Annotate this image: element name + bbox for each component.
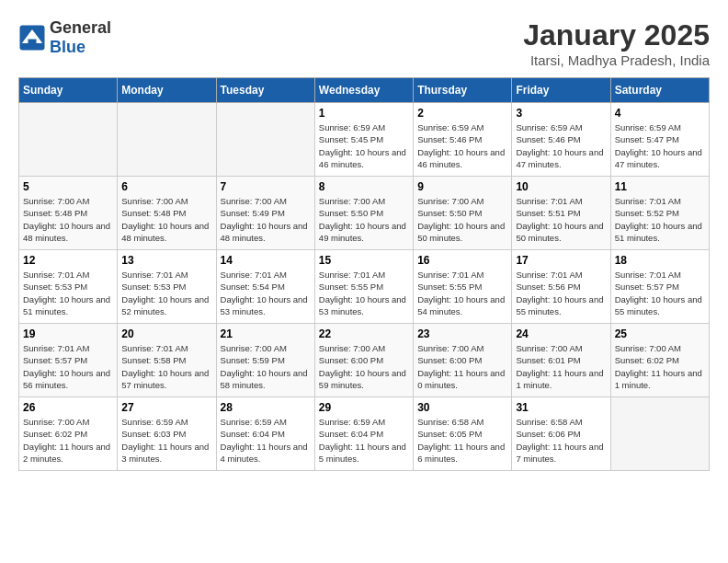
day-info: Sunrise: 7:01 AM Sunset: 5:58 PM Dayligh… [121, 342, 211, 391]
calendar-cell: 24Sunrise: 7:00 AM Sunset: 6:01 PM Dayli… [512, 324, 610, 397]
calendar-cell: 16Sunrise: 7:01 AM Sunset: 5:55 PM Dayli… [414, 250, 512, 324]
calendar-header-thursday: Thursday [414, 78, 512, 103]
day-number: 5 [23, 180, 113, 193]
calendar-cell: 18Sunrise: 7:01 AM Sunset: 5:57 PM Dayli… [610, 250, 709, 324]
day-number: 30 [417, 401, 507, 414]
calendar-cell: 8Sunrise: 7:00 AM Sunset: 5:50 PM Daylig… [314, 177, 413, 250]
calendar-cell: 25Sunrise: 7:00 AM Sunset: 6:02 PM Dayli… [610, 324, 709, 397]
calendar-week-3: 12Sunrise: 7:01 AM Sunset: 5:53 PM Dayli… [19, 250, 710, 324]
logo: General Blue [18, 18, 111, 57]
day-info: Sunrise: 6:59 AM Sunset: 5:46 PM Dayligh… [516, 121, 606, 170]
day-number: 17 [516, 254, 606, 267]
calendar-cell: 30Sunrise: 6:58 AM Sunset: 6:05 PM Dayli… [414, 397, 512, 471]
day-number: 14 [221, 254, 311, 267]
calendar-cell: 28Sunrise: 6:59 AM Sunset: 6:04 PM Dayli… [216, 397, 314, 471]
day-number: 28 [221, 401, 311, 414]
calendar-header-friday: Friday [512, 78, 610, 103]
day-number: 23 [417, 327, 507, 340]
day-number: 9 [417, 180, 507, 193]
day-number: 20 [121, 327, 211, 340]
day-info: Sunrise: 7:01 AM Sunset: 5:57 PM Dayligh… [23, 342, 113, 391]
day-info: Sunrise: 7:00 AM Sunset: 6:00 PM Dayligh… [417, 342, 507, 391]
day-number: 18 [615, 254, 705, 267]
day-info: Sunrise: 7:00 AM Sunset: 5:50 PM Dayligh… [417, 195, 507, 244]
day-info: Sunrise: 6:58 AM Sunset: 6:05 PM Dayligh… [417, 416, 507, 465]
day-info: Sunrise: 6:59 AM Sunset: 6:04 PM Dayligh… [221, 416, 311, 465]
calendar-cell: 7Sunrise: 7:00 AM Sunset: 5:49 PM Daylig… [216, 177, 314, 250]
calendar-cell: 27Sunrise: 6:59 AM Sunset: 6:03 PM Dayli… [118, 397, 216, 471]
calendar-cell: 22Sunrise: 7:00 AM Sunset: 6:00 PM Dayli… [314, 324, 413, 397]
day-info: Sunrise: 7:00 AM Sunset: 5:49 PM Dayligh… [221, 195, 311, 244]
calendar-cell: 11Sunrise: 7:01 AM Sunset: 5:52 PM Dayli… [610, 177, 709, 250]
calendar-header-tuesday: Tuesday [216, 78, 314, 103]
calendar-cell: 3Sunrise: 6:59 AM Sunset: 5:46 PM Daylig… [512, 103, 610, 177]
day-number: 2 [417, 107, 507, 120]
title-section: January 2025 Itarsi, Madhya Pradesh, Ind… [523, 18, 710, 68]
calendar-table: SundayMondayTuesdayWednesdayThursdayFrid… [18, 77, 710, 471]
calendar-cell: 17Sunrise: 7:01 AM Sunset: 5:56 PM Dayli… [512, 250, 610, 324]
calendar-cell: 6Sunrise: 7:00 AM Sunset: 5:48 PM Daylig… [118, 177, 216, 250]
day-info: Sunrise: 6:59 AM Sunset: 5:47 PM Dayligh… [615, 121, 705, 170]
calendar-week-4: 19Sunrise: 7:01 AM Sunset: 5:57 PM Dayli… [19, 324, 710, 397]
calendar-cell [610, 397, 709, 471]
day-info: Sunrise: 7:01 AM Sunset: 5:53 PM Dayligh… [23, 269, 113, 317]
calendar-header-wednesday: Wednesday [314, 78, 413, 103]
calendar-cell: 15Sunrise: 7:01 AM Sunset: 5:55 PM Dayli… [314, 250, 413, 324]
page-header: General Blue January 2025 Itarsi, Madhya… [18, 18, 710, 68]
calendar-cell: 12Sunrise: 7:01 AM Sunset: 5:53 PM Dayli… [19, 250, 118, 324]
calendar-cell: 31Sunrise: 6:58 AM Sunset: 6:06 PM Dayli… [512, 397, 610, 471]
day-number: 16 [417, 254, 507, 267]
day-number: 13 [121, 254, 211, 267]
day-number: 7 [221, 180, 311, 193]
day-number: 8 [319, 180, 409, 193]
calendar-week-5: 26Sunrise: 7:00 AM Sunset: 6:02 PM Dayli… [19, 397, 710, 471]
day-info: Sunrise: 7:00 AM Sunset: 5:59 PM Dayligh… [221, 342, 311, 391]
logo-icon [18, 24, 46, 52]
calendar-cell: 9Sunrise: 7:00 AM Sunset: 5:50 PM Daylig… [414, 177, 512, 250]
calendar-subtitle: Itarsi, Madhya Pradesh, India [523, 52, 710, 68]
day-number: 19 [23, 327, 113, 340]
calendar-cell: 19Sunrise: 7:01 AM Sunset: 5:57 PM Dayli… [19, 324, 118, 397]
calendar-cell: 5Sunrise: 7:00 AM Sunset: 5:48 PM Daylig… [19, 177, 118, 250]
calendar-header-monday: Monday [118, 78, 216, 103]
calendar-cell [216, 103, 314, 177]
calendar-header-row: SundayMondayTuesdayWednesdayThursdayFrid… [19, 78, 710, 103]
day-info: Sunrise: 6:58 AM Sunset: 6:06 PM Dayligh… [516, 416, 606, 465]
calendar-cell: 14Sunrise: 7:01 AM Sunset: 5:54 PM Dayli… [216, 250, 314, 324]
calendar-cell: 26Sunrise: 7:00 AM Sunset: 6:02 PM Dayli… [19, 397, 118, 471]
day-info: Sunrise: 7:00 AM Sunset: 5:48 PM Dayligh… [23, 195, 113, 244]
day-number: 10 [516, 180, 606, 193]
day-number: 29 [319, 401, 409, 414]
calendar-cell: 20Sunrise: 7:01 AM Sunset: 5:58 PM Dayli… [118, 324, 216, 397]
day-info: Sunrise: 6:59 AM Sunset: 5:45 PM Dayligh… [319, 121, 409, 170]
calendar-week-2: 5Sunrise: 7:00 AM Sunset: 5:48 PM Daylig… [19, 177, 710, 250]
calendar-cell: 21Sunrise: 7:00 AM Sunset: 5:59 PM Dayli… [216, 324, 314, 397]
calendar-cell: 2Sunrise: 6:59 AM Sunset: 5:46 PM Daylig… [414, 103, 512, 177]
day-info: Sunrise: 7:01 AM Sunset: 5:54 PM Dayligh… [221, 269, 311, 317]
day-number: 24 [516, 327, 606, 340]
calendar-cell: 1Sunrise: 6:59 AM Sunset: 5:45 PM Daylig… [314, 103, 413, 177]
day-info: Sunrise: 7:01 AM Sunset: 5:55 PM Dayligh… [319, 269, 409, 317]
day-number: 26 [23, 401, 113, 414]
day-info: Sunrise: 7:01 AM Sunset: 5:57 PM Dayligh… [615, 269, 705, 317]
day-info: Sunrise: 7:01 AM Sunset: 5:56 PM Dayligh… [516, 269, 606, 317]
calendar-cell: 23Sunrise: 7:00 AM Sunset: 6:00 PM Dayli… [414, 324, 512, 397]
day-number: 4 [615, 107, 705, 120]
calendar-cell: 13Sunrise: 7:01 AM Sunset: 5:53 PM Dayli… [118, 250, 216, 324]
calendar-cell: 10Sunrise: 7:01 AM Sunset: 5:51 PM Dayli… [512, 177, 610, 250]
day-info: Sunrise: 6:59 AM Sunset: 5:46 PM Dayligh… [417, 121, 507, 170]
logo-text-general: General [50, 18, 111, 37]
calendar-title: January 2025 [523, 18, 710, 52]
day-info: Sunrise: 7:00 AM Sunset: 6:00 PM Dayligh… [319, 342, 409, 391]
svg-rect-2 [28, 40, 37, 47]
day-info: Sunrise: 7:01 AM Sunset: 5:52 PM Dayligh… [615, 195, 705, 244]
calendar-cell [118, 103, 216, 177]
day-number: 6 [121, 180, 211, 193]
day-number: 21 [221, 327, 311, 340]
calendar-cell [19, 103, 118, 177]
calendar-cell: 29Sunrise: 6:59 AM Sunset: 6:04 PM Dayli… [314, 397, 413, 471]
day-number: 11 [615, 180, 705, 193]
day-info: Sunrise: 7:01 AM Sunset: 5:53 PM Dayligh… [121, 269, 211, 317]
day-info: Sunrise: 7:00 AM Sunset: 5:48 PM Dayligh… [121, 195, 211, 244]
day-info: Sunrise: 6:59 AM Sunset: 6:03 PM Dayligh… [121, 416, 211, 465]
